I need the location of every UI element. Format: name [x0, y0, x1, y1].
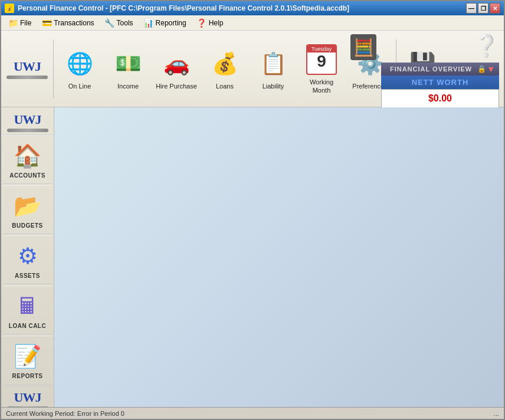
reporting-menu-label: Reporting [156, 19, 186, 27]
help-menu-icon: ❓ [197, 18, 206, 28]
financial-overview-panel: FINANCIAL OVERVIEW 🔒 ▼ NETT WORTH $0.00 [381, 63, 499, 108]
tools-menu-icon: 🔧 [105, 18, 114, 28]
income-icon: 💵 [112, 47, 145, 80]
help-menu-label: Help [209, 19, 224, 27]
online-icon: 🌐 [63, 47, 96, 80]
toolbar-online-button[interactable]: 🌐 On Line [56, 34, 103, 104]
reports-icon: 📝 [12, 341, 43, 372]
toolbar-loans-button[interactable]: 💰 Loans [201, 34, 248, 104]
transactions-menu-icon: 💳 [42, 18, 51, 28]
accounts-icon: 🏠 [12, 140, 43, 171]
sidebar-uwj-underline [7, 129, 48, 132]
menu-file[interactable]: 📁 File [4, 17, 36, 29]
help-icon[interactable]: ❔ [473, 33, 499, 59]
menu-reporting[interactable]: 📊 Reporting [139, 17, 191, 29]
income-label: Income [117, 83, 139, 90]
loan-calc-icon: 🖩 [12, 291, 43, 321]
sidebar-item-loan-calc[interactable]: 🖩 LOAN CALC [2, 286, 53, 334]
loans-label: Loans [216, 83, 234, 90]
main-content: UWJ 🏠 ACCOUNTS 📂 BUDGETS ⚙ ASSETS 🖩 LOAN… [1, 107, 504, 407]
sidebar-item-budgets[interactable]: 📂 BUDGETS [2, 185, 53, 234]
toolbar-hire-purchase-button[interactable]: 🚗 Hire Purchase [153, 34, 200, 104]
budgets-label: BUDGETS [12, 222, 42, 229]
transactions-menu-label: Transactions [54, 19, 94, 27]
reporting-menu-icon: 📊 [144, 18, 153, 28]
title-bar-controls: — ❐ ✕ [466, 3, 500, 14]
working-month-label: Working Month [301, 78, 342, 94]
sidebar-bottom-uwj: UWJ [7, 390, 48, 407]
window-title: Personal Finance Control - [PFC C:\Progr… [18, 4, 349, 12]
title-bar: 💰 Personal Finance Control - [PFC C:\Pro… [1, 1, 504, 15]
liability-label: Liability [263, 83, 284, 90]
status-text: Current Working Period: Error in Period … [6, 410, 124, 417]
title-bar-left: 💰 Personal Finance Control - [PFC C:\Pro… [5, 4, 349, 13]
toolbar-separator-1 [53, 40, 54, 99]
main-window: 💰 Personal Finance Control - [PFC C:\Pro… [0, 0, 505, 420]
fin-value: $0.00 [381, 89, 499, 108]
menu-help[interactable]: ❓ Help [192, 17, 228, 29]
tools-menu-label: Tools [117, 19, 133, 27]
hire-purchase-icon: 🚗 [160, 47, 193, 80]
menu-tools[interactable]: 🔧 Tools [100, 17, 138, 29]
assets-icon: ⚙ [12, 241, 43, 271]
file-menu-label: File [20, 19, 31, 27]
fin-overview-title: FINANCIAL OVERVIEW [385, 65, 477, 73]
accounts-label: ACCOUNTS [9, 172, 45, 179]
file-menu-icon: 📁 [8, 18, 18, 28]
lock-icon: 🔒 [477, 65, 487, 73]
working-month-icon: Tuesday 9 [305, 43, 338, 76]
loans-icon: 💰 [208, 47, 241, 80]
down-arrow-icon: ▼ [487, 64, 496, 74]
sidebar-item-reports[interactable]: 📝 REPORTS [2, 336, 53, 385]
sidebar-bottom-logo: UWJ [1, 386, 54, 407]
reports-label: REPORTS [12, 373, 43, 379]
sidebar-uwj-letters: UWJ [14, 112, 41, 127]
app-icon: 💰 [5, 4, 14, 13]
loan-calc-label: LOAN CALC [9, 323, 46, 329]
toolbar-liability-button[interactable]: 📋 Liability [250, 34, 297, 104]
menu-bar: 📁 File 💳 Transactions 🔧 Tools 📊 Reportin… [1, 15, 504, 31]
uwj-underline [6, 76, 48, 79]
sidebar-bottom-underline [7, 406, 48, 407]
hire-purchase-label: Hire Purchase [156, 83, 197, 90]
sidebar-item-accounts[interactable]: 🏠 ACCOUNTS [2, 135, 53, 184]
calculator-icon[interactable]: 🧮 [350, 34, 376, 60]
sidebar-item-assets[interactable]: ⚙ ASSETS [2, 235, 53, 284]
close-button[interactable]: ✕ [490, 3, 500, 14]
status-dots: ... [494, 410, 499, 417]
toolbar-logo: UWJ [4, 34, 51, 104]
uwj-letters-icon: UWJ [14, 59, 41, 74]
online-label: On Line [68, 83, 91, 90]
liability-icon: 📋 [257, 47, 290, 80]
restore-button[interactable]: ❐ [478, 3, 488, 14]
budgets-icon: 📂 [12, 191, 43, 221]
sidebar-logo: UWJ [2, 110, 53, 135]
minimize-button[interactable]: — [466, 3, 477, 14]
status-bar: Current Working Period: Error in Period … [1, 407, 504, 419]
help-panel: ❔ [473, 33, 499, 59]
fin-overview-header: FINANCIAL OVERVIEW 🔒 ▼ [381, 63, 499, 76]
fin-nett-worth-label: NETT WORTH [381, 76, 499, 89]
toolbar-working-month-button[interactable]: Tuesday 9 Working Month [298, 34, 345, 104]
sidebar: UWJ 🏠 ACCOUNTS 📂 BUDGETS ⚙ ASSETS 🖩 LOAN… [1, 107, 54, 407]
toolbar-income-button[interactable]: 💵 Income [104, 34, 152, 104]
content-area [54, 107, 504, 407]
toolbar: UWJ 🌐 On Line 💵 Income 🚗 Hire Purchase 💰… [1, 31, 504, 107]
menu-transactions[interactable]: 💳 Transactions [37, 17, 99, 29]
assets-label: ASSETS [15, 273, 40, 279]
sidebar-bottom-letters: UWJ [14, 390, 41, 405]
calculator-panel: 🧮 [350, 34, 376, 60]
